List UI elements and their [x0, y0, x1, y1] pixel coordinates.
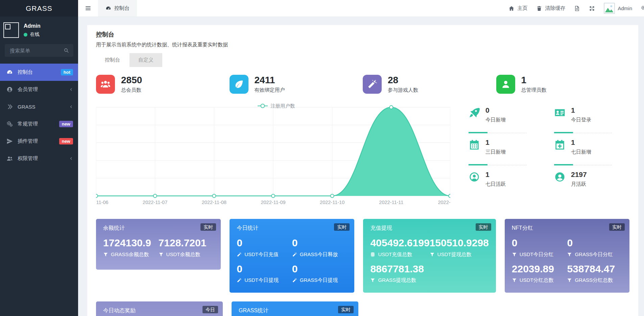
x-axis-label: 2022-11-08	[202, 200, 226, 205]
mini-value: 1	[485, 171, 506, 178]
angles-right-icon	[6, 104, 13, 110]
stat-label: 总管理员数	[521, 87, 547, 93]
topbar-tab-dashboard[interactable]: 控制台	[98, 0, 137, 17]
card-title: 今日统计	[237, 225, 347, 232]
sidebar-item-members[interactable]: 会员管理	[0, 81, 78, 98]
mini-value: 1	[485, 139, 506, 146]
stat-value: 1	[521, 75, 547, 85]
mini-value: 2197	[571, 171, 587, 178]
topbar-action-settings[interactable]	[641, 5, 644, 12]
sidebar-item-grass[interactable]: GRASS	[0, 98, 78, 115]
sidebar-item-permissions[interactable]: 权限管理	[0, 150, 78, 167]
sidebar-item-plugins[interactable]: 插件管理new	[0, 133, 78, 150]
page-title: 控制台	[96, 30, 629, 39]
mini-value: 1	[571, 107, 591, 114]
tab-custom[interactable]: 自定义	[129, 53, 162, 67]
x-axis-label: 2022-11-06	[96, 200, 109, 205]
card-metric: 0GRASS今日释放	[292, 238, 348, 258]
leaf-glyph	[234, 79, 244, 89]
mini-stat-3: 1七日新增	[554, 139, 629, 171]
magic-wand-icon	[292, 278, 297, 283]
filter-icon	[512, 252, 517, 257]
metric-value: 0	[292, 238, 348, 248]
stat-text: 2411有效绑定用户	[255, 75, 285, 93]
mini-text: 0今日新增	[485, 107, 506, 123]
menu-search[interactable]	[5, 44, 73, 57]
user-circle-icon	[554, 171, 566, 183]
topbar-tab-label: 控制台	[114, 5, 129, 12]
mini-text: 1七日活跃	[485, 171, 506, 187]
filter-icon	[567, 278, 572, 283]
mini-stat-4: 1七日活跃	[469, 171, 544, 203]
metric-value: 22039.89	[512, 264, 567, 274]
topbar-action-fullscreen[interactable]	[589, 5, 595, 12]
sidebar-item-general[interactable]: 常规管理new	[0, 115, 78, 133]
topbar-action-clear-cache[interactable]: 清除缓存	[536, 5, 565, 12]
topbar-action-home[interactable]: 主页	[508, 5, 527, 12]
users-group-glyph	[100, 79, 111, 89]
magic-wand-glyph	[367, 79, 377, 89]
sidebar-toggle[interactable]	[78, 0, 98, 17]
topbar-action-label: 清除缓存	[545, 5, 565, 12]
metric-value: 0	[512, 238, 567, 248]
metric-label: GRASS今日释放	[292, 251, 348, 258]
mini-stat-inner: 0今日新增	[469, 107, 544, 123]
card-title: 余额统计	[103, 225, 214, 232]
topbar-action-admin-user[interactable]: Admin	[604, 3, 632, 14]
paper-plane-icon	[6, 138, 13, 144]
chevron-left-icon	[69, 156, 73, 161]
card-nft-dividend: NFT分红实时0USDT今日分红0GRASS今日分红22039.89USDT分红…	[505, 219, 629, 293]
tab-dashboard[interactable]: 控制台	[96, 53, 129, 67]
cogs-icon	[641, 5, 644, 12]
magic-wand-icon	[292, 252, 297, 257]
stat-text: 28参与游戏人数	[388, 75, 418, 93]
gauge-icon	[6, 69, 13, 75]
dashboard-panel: 控制台 用于展示当前系统中的统计数据、统计报表及重要实时数据 控制台自定义 28…	[87, 25, 638, 316]
mini-stat-inner: 1今日登录	[554, 107, 629, 123]
user-circle-icon	[6, 86, 13, 93]
mini-label: 七日新增	[571, 149, 591, 155]
metric-label: USDT分红总数	[512, 277, 567, 284]
mini-label: 月活跃	[571, 181, 587, 187]
registration-chart: 2022-11-062022-11-072022-11-082022-11-09…	[96, 103, 450, 210]
sidebar-item-label: GRASS	[18, 104, 65, 110]
chevron-left-icon	[69, 105, 73, 109]
filter-icon	[103, 252, 108, 257]
sidebar: GRASS Admin 在线 控制台hot会员管理GRASS常规管理new插件管…	[0, 0, 78, 316]
metric-label-text: USDT分红总数	[520, 277, 554, 284]
card-metric: 0GRASS今日分红	[567, 238, 622, 258]
registered-users-chart: 2022-11-062022-11-072022-11-082022-11-09…	[96, 103, 450, 209]
rocket-icon	[469, 107, 480, 118]
mini-stat-inner: 1三日新增	[469, 139, 544, 155]
search-input[interactable]	[9, 47, 64, 54]
metric-label: USDT今日提现	[237, 277, 292, 284]
stat-label: 总会员数	[121, 87, 142, 93]
card-metric: 150510.9298USDT提现总数	[430, 238, 489, 258]
metric-value: 0	[567, 238, 622, 248]
metric-label-text: GRASS今日提现	[300, 277, 338, 284]
sidebar-item-dashboard[interactable]: 控制台hot	[0, 64, 78, 81]
metric-label-text: GRASS今日分红	[575, 251, 613, 258]
topbar-action-language[interactable]	[574, 5, 580, 12]
badge-hot: hot	[61, 69, 73, 75]
stat-text: 2850总会员数	[121, 75, 142, 93]
mini-underline	[554, 165, 612, 165]
metric-value: 150510.9298	[430, 238, 489, 248]
calendar-plus-icon	[554, 139, 566, 151]
metric-label-text: USDT今日分红	[520, 251, 554, 258]
stat-value: 2850	[121, 75, 142, 85]
chevron-left-icon	[69, 87, 73, 92]
filter-icon	[370, 278, 375, 283]
topbar-actions: 主页清除缓存Admin	[508, 3, 644, 14]
user-status: 在线	[30, 31, 40, 38]
stats-row: 2850总会员数2411有效绑定用户28参与游戏人数1总管理员数	[96, 75, 629, 94]
mini-label: 三日新增	[485, 149, 506, 155]
gauge-icon	[105, 5, 111, 11]
card-metric: 7128.7201USDT余额总数	[159, 238, 214, 258]
mini-stat-inner: 1七日活跃	[469, 171, 544, 187]
metric-label: USDT余额总数	[159, 251, 214, 258]
metric-label-text: GRASS余额总数	[111, 251, 149, 258]
x-axis-label: 2022-11-07	[143, 200, 167, 205]
mini-underline	[469, 165, 526, 165]
stat-value: 2411	[255, 75, 285, 85]
